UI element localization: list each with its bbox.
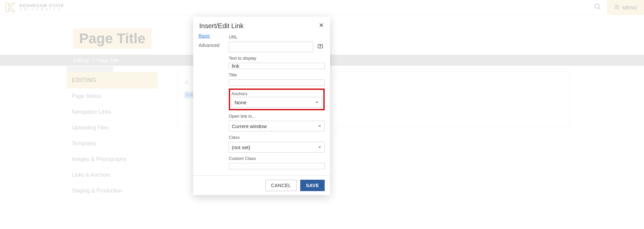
label-text-to-display: Text to display bbox=[229, 56, 325, 61]
open-link-in-value: Current window bbox=[232, 123, 267, 129]
sidebar-item-navigation-links[interactable]: Navigation Links bbox=[66, 104, 158, 120]
sidebar-item-label: Uploading Files bbox=[72, 125, 109, 130]
modal-header: Insert/Edit Link bbox=[193, 17, 330, 33]
class-select[interactable]: (not set) bbox=[229, 142, 325, 153]
sidebar-item-links-anchors[interactable]: Links & Anchors bbox=[66, 167, 158, 183]
svg-line-1 bbox=[599, 8, 600, 9]
svg-point-5 bbox=[186, 80, 187, 81]
class-value: (not set) bbox=[232, 145, 250, 150]
sidebar-item-label: Page Status bbox=[72, 93, 101, 99]
search-button[interactable] bbox=[588, 0, 607, 15]
anchors-highlight: Anchors None bbox=[229, 89, 325, 110]
breadcrumb-root[interactable]: Editing bbox=[73, 57, 89, 63]
label-title: Title bbox=[229, 72, 325, 77]
sidebar-item-templates[interactable]: Templates bbox=[66, 136, 158, 152]
text-to-display-input[interactable] bbox=[229, 63, 325, 69]
modal-close-button[interactable] bbox=[319, 22, 324, 30]
tab-basic[interactable]: Basic bbox=[199, 33, 222, 39]
browse-icon bbox=[317, 43, 323, 51]
sidebar-item-label: Staging & Production bbox=[72, 188, 122, 193]
sidebar-item-images-photography[interactable]: Images & Photography bbox=[66, 152, 158, 167]
menu-button[interactable]: MENU bbox=[607, 0, 644, 15]
label-class: Class bbox=[229, 135, 325, 140]
sidebar-item-page-status[interactable]: Page Status bbox=[66, 89, 158, 104]
save-button[interactable]: SAVE bbox=[300, 180, 325, 191]
chevron-down-icon bbox=[318, 123, 322, 129]
modal-tabs: Basic Advanced bbox=[199, 33, 222, 169]
label-anchors: Anchors bbox=[231, 91, 322, 96]
insert-edit-link-modal: Insert/Edit Link Basic Advanced URL Text… bbox=[193, 17, 330, 195]
brand-line2: UNIVERSITY bbox=[19, 8, 64, 11]
sidebar-heading: EDITING bbox=[66, 72, 158, 89]
modal-fields: URL Text to display Title Anchors None bbox=[229, 33, 325, 169]
open-link-in-select[interactable]: Current window bbox=[229, 121, 325, 131]
sidebar-item-label: Images & Photography bbox=[72, 156, 126, 162]
title-input[interactable] bbox=[229, 79, 325, 86]
anchors-select[interactable]: None bbox=[231, 97, 322, 108]
modal-title: Insert/Edit Link bbox=[199, 22, 244, 30]
custom-class-input[interactable] bbox=[229, 163, 325, 169]
anchor-icon bbox=[184, 79, 189, 85]
sidebar-heading-label: EDITING bbox=[72, 77, 96, 83]
breadcrumb-current: Page Title bbox=[97, 57, 119, 63]
label-url: URL bbox=[229, 35, 325, 40]
sidebar-tab-notch bbox=[66, 66, 113, 72]
breadcrumb-separator: / bbox=[92, 57, 93, 63]
modal-body: Basic Advanced URL Text to display Title… bbox=[193, 33, 330, 175]
url-row bbox=[229, 42, 325, 52]
url-input[interactable] bbox=[229, 42, 313, 52]
chevron-down-icon bbox=[318, 145, 322, 150]
sidebar-item-label: Templates bbox=[72, 140, 96, 146]
anchors-value: None bbox=[234, 100, 247, 105]
sidebar-item-label: Links & Anchors bbox=[72, 172, 110, 178]
ksu-logo-icon bbox=[4, 2, 16, 13]
cancel-button[interactable]: CANCEL bbox=[265, 180, 297, 191]
label-open-link-in: Open link in... bbox=[229, 114, 325, 119]
sidebar-item-staging-production[interactable]: Staging & Production bbox=[66, 183, 158, 199]
site-header: KENNESAW STATE UNIVERSITY MENU bbox=[0, 0, 644, 15]
modal-footer: CANCEL SAVE bbox=[193, 175, 330, 195]
hamburger-icon bbox=[614, 4, 620, 11]
url-browse-button[interactable] bbox=[316, 42, 325, 52]
close-icon bbox=[319, 22, 324, 29]
header-actions: MENU bbox=[588, 0, 644, 15]
svg-point-0 bbox=[595, 4, 599, 8]
brand-text: KENNESAW STATE UNIVERSITY bbox=[19, 3, 64, 11]
sidebar-item-uploading-files[interactable]: Uploading Files bbox=[66, 120, 158, 136]
sidebar-item-label: Navigation Links bbox=[72, 109, 111, 115]
tab-advanced[interactable]: Advanced bbox=[199, 43, 222, 48]
menu-label: MENU bbox=[623, 5, 637, 10]
brand: KENNESAW STATE UNIVERSITY bbox=[4, 2, 64, 13]
chevron-down-icon bbox=[315, 100, 319, 105]
sidebar: EDITING Page Status Navigation Links Upl… bbox=[66, 72, 158, 199]
label-custom-class: Custom Class bbox=[229, 156, 325, 161]
search-icon bbox=[594, 3, 601, 12]
page-title: Page Title bbox=[73, 28, 152, 49]
